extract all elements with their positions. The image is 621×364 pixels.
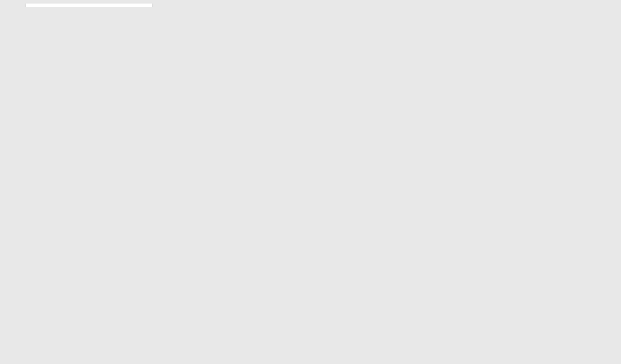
page-project-status-report: PROJECT STATUS REPORT TEMPLATE PROJECT N… [26,3,152,7]
